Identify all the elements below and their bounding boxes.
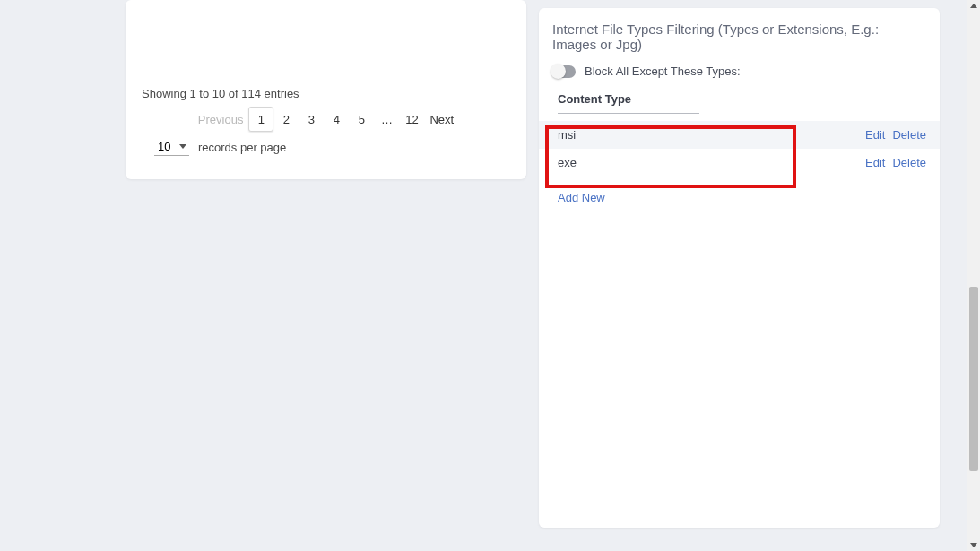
entries-summary: Showing 1 to 10 of 114 entries: [142, 87, 299, 100]
add-new-link[interactable]: Add New: [539, 176, 619, 204]
edit-link[interactable]: Edit: [865, 128, 885, 142]
page-4-button[interactable]: 4: [324, 107, 349, 132]
page-ellipsis: …: [374, 107, 399, 132]
next-button[interactable]: Next: [424, 107, 459, 132]
content-type-input-underline[interactable]: [558, 113, 699, 114]
scroll-down-icon[interactable]: [970, 543, 977, 547]
scrollbar-track[interactable]: [967, 0, 980, 551]
left-card: Showing 1 to 10 of 114 entries Previous …: [126, 0, 526, 179]
page-1-button[interactable]: 1: [248, 107, 273, 132]
pagination: Previous 1 2 3 4 5 … 12 Next: [126, 107, 526, 132]
page-2-button[interactable]: 2: [273, 107, 299, 132]
page-3-button[interactable]: 3: [299, 107, 324, 132]
table-row: exe Edit Delete: [539, 149, 940, 176]
block-all-toggle[interactable]: [552, 65, 576, 78]
file-type-value: exe: [558, 156, 858, 169]
page-12-button[interactable]: 12: [399, 107, 424, 132]
block-all-label: Block All Except These Types:: [585, 65, 741, 78]
delete-link[interactable]: Delete: [892, 128, 926, 142]
right-card: Internet File Types Filtering (Types or …: [539, 8, 940, 528]
file-type-value: msi: [558, 128, 858, 142]
previous-button[interactable]: Previous: [193, 107, 249, 132]
delete-link[interactable]: Delete: [892, 156, 926, 169]
block-toggle-row: Block All Except These Types:: [539, 65, 940, 90]
scroll-up-icon[interactable]: [970, 4, 977, 8]
table-row: msi Edit Delete: [539, 121, 940, 149]
records-select[interactable]: 10: [154, 138, 186, 155]
edit-link[interactable]: Edit: [865, 156, 885, 169]
content-type-header: Content Type: [539, 90, 940, 113]
scrollbar-thumb[interactable]: [969, 287, 978, 471]
records-per-page: 10 records per page: [154, 138, 286, 156]
panel-title: Internet File Types Filtering (Types or …: [539, 8, 940, 65]
page-5-button[interactable]: 5: [349, 107, 374, 132]
records-label: records per page: [198, 141, 286, 154]
